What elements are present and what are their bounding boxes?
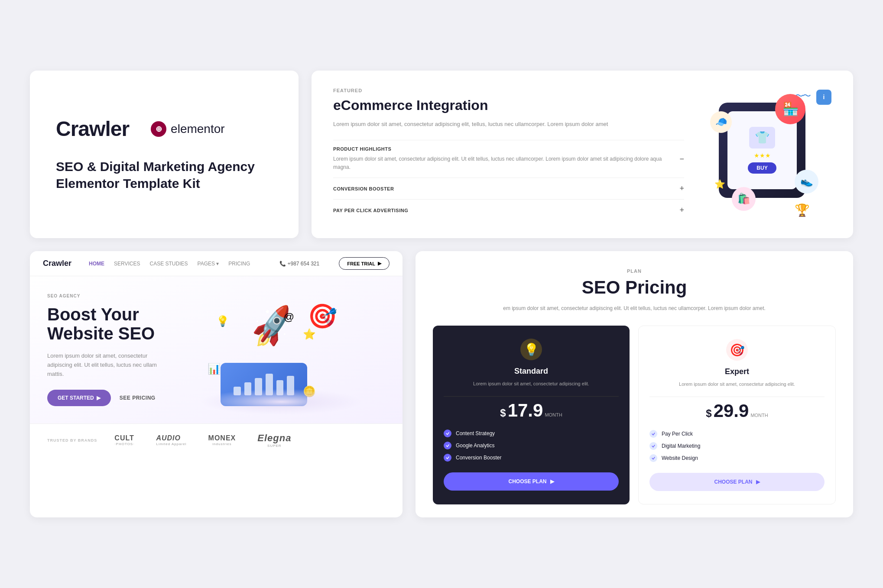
hero-tag: SEO AGENCY [47, 294, 169, 298]
at-icon: @ [284, 311, 294, 323]
bulb-icon: 💡 [216, 315, 229, 327]
brand-logos: CULT ·PHOTOS· AUDIO Limited Apparel MONE… [114, 433, 291, 448]
plan-expert: 🎯 Expert Lorem ipsum dolor sit amet, con… [638, 326, 836, 504]
ecommerce-content: FEATURED eCommerce Integration Lorem ips… [333, 88, 684, 221]
brand-header: Crawler ⊕ elementor [56, 117, 273, 141]
pricing-card: PLAN SEO Pricing em ipsum dolor sit amet… [416, 251, 853, 517]
see-pricing-button[interactable]: SEE PRICING [120, 395, 156, 401]
brand-audio: AUDIO Limited Apparel [156, 434, 186, 446]
standard-cta-button[interactable]: CHOOSE PLAN ▶ [444, 472, 619, 491]
featured-label: FEATURED [333, 88, 684, 93]
site-hero: SEO AGENCY Boost Your Website SEO Lorem … [30, 276, 403, 423]
accordion-plus-icon2: + [679, 206, 684, 215]
shoe-icon: 👟 [795, 170, 818, 194]
nav-pricing[interactable]: PRICING [228, 261, 250, 267]
pricing-desc: em ipsum dolor sit amet, consectetur adi… [433, 304, 836, 313]
standard-desc: Lorem ipsum dolor sit amet, consectetur … [444, 380, 619, 388]
top-section: Crawler ⊕ elementor SEO & Digital Market… [30, 71, 853, 238]
nav-services[interactable]: SERVICES [114, 261, 140, 267]
shop-icon: 🏪 [775, 94, 805, 124]
feature-digital-marketing: Digital Marketing [649, 442, 825, 450]
cup-icon: 🏆 [795, 203, 810, 217]
standard-price: $ 17.9 MONTH [444, 400, 619, 421]
accordion-conversion-label: CONVERSION BOOSTER [333, 186, 394, 191]
nav-case-studies[interactable]: CASE STUDIES [150, 261, 188, 267]
elementor-text: elementor [171, 122, 225, 136]
hat-icon: 🧢 [710, 111, 732, 133]
hero-desc: Lorem ipsum dolor sit amet, consectetur … [47, 352, 169, 378]
site-nav: Crawler HOME SERVICES CASE STUDIES PAGES… [30, 251, 403, 276]
ecommerce-title: eCommerce Integration [333, 97, 684, 113]
ecommerce-desc: Lorem ipsum dolor sit amet, consectetur … [333, 120, 684, 129]
expert-amount: 29.9 [714, 401, 749, 421]
check-icon-2 [444, 442, 451, 449]
brand-card: Crawler ⊕ elementor SEO & Digital Market… [30, 71, 299, 238]
pricing-label: PLAN [433, 268, 836, 274]
brand-elegna: Elegna SUPER [257, 433, 291, 448]
expert-divider [649, 397, 825, 397]
pricing-section: PLAN SEO Pricing em ipsum dolor sit amet… [416, 251, 853, 517]
nav-home[interactable]: HOME [89, 261, 104, 267]
rocket-icon: 🚀 [248, 303, 298, 351]
expert-cta-button[interactable]: CHOOSE PLAN ▶ [649, 473, 825, 491]
hero-title: Boost Your Website SEO [47, 305, 169, 343]
nav-links: HOME SERVICES CASE STUDIES PAGES ▾ PRICI… [89, 261, 266, 267]
bag-icon: 🛍️ [732, 187, 756, 211]
check-icon-5 [649, 442, 657, 450]
brand-subtitle: SEO & Digital Marketing Agency Elementor… [56, 158, 273, 192]
plan-standard: 💡 Standard Lorem ipsum dolor sit amet, c… [433, 326, 630, 504]
website-card: Crawler HOME SERVICES CASE STUDIES PAGES… [30, 251, 403, 517]
chart-icon: 📊 [208, 363, 221, 375]
accordion-ppc[interactable]: PAY PER CLICK ADVERTISING + [333, 199, 684, 221]
check-icon-1 [444, 430, 451, 437]
pricing-title: SEO Pricing [433, 277, 836, 298]
info-bubble: i [816, 90, 831, 105]
standard-features: Content Strategy Google Analytics [444, 430, 619, 462]
arrow-icon: ▶ [97, 395, 101, 401]
accordion-conversion[interactable]: CONVERSION BOOSTER + [333, 178, 684, 199]
standard-cta-arrow: ▶ [550, 478, 554, 485]
accordion-highlights-label: PRODUCT HIGHLIGHTS [333, 146, 679, 152]
feature-conversion-booster: Conversion Booster [444, 454, 619, 462]
hero-visual: 🎯 🚀 [177, 294, 385, 410]
check-icon-3 [444, 454, 451, 462]
feature-website-design: Website Design [649, 454, 825, 462]
nav-cta-arrow: ▶ [378, 261, 381, 266]
get-started-button[interactable]: GET STARTED ▶ [47, 390, 111, 406]
nav-phone: 📞 +987 654 321 [279, 261, 319, 267]
main-container: Crawler ⊕ elementor SEO & Digital Market… [30, 71, 853, 517]
accordion-highlights[interactable]: PRODUCT HIGHLIGHTS Lorem ipsum dolor sit… [333, 140, 684, 178]
expert-name: Expert [649, 367, 825, 376]
standard-name: Standard [444, 367, 619, 376]
cloud-decor [199, 389, 364, 415]
pricing-plans: 💡 Standard Lorem ipsum dolor sit amet, c… [433, 326, 836, 504]
accordion-plus-icon1: + [679, 184, 684, 193]
expert-price: $ 29.9 MONTH [649, 401, 825, 421]
accordion-ppc-label: PAY PER CLICK ADVERTISING [333, 208, 408, 213]
site-brands: TRUSTED BY BRANDS CULT ·PHOTOS· AUDIO Li… [30, 423, 403, 456]
nav-pages[interactable]: PAGES ▾ [198, 261, 219, 267]
check-icon-4 [649, 430, 657, 438]
hero-content: SEO AGENCY Boost Your Website SEO Lorem … [47, 294, 169, 410]
brands-label: TRUSTED BY BRANDS [47, 438, 97, 443]
nav-cta-button[interactable]: FREE TRIAL ▶ [339, 257, 390, 270]
buy-button[interactable]: BUY [748, 162, 776, 174]
elementor-badge: ⊕ elementor [151, 121, 225, 137]
standard-period: MONTH [545, 412, 562, 417]
rocket-scene: 🎯 🚀 [199, 294, 364, 410]
expert-features: Pay Per Click Digital Marketing [649, 430, 825, 462]
standard-amount: 17.9 [508, 400, 543, 421]
expert-desc: Lorem ipsum dolor sit amet, consectetur … [649, 381, 825, 388]
brand-cult: CULT ·PHOTOS· [114, 434, 134, 446]
feature-google-analytics: Google Analytics [444, 442, 619, 449]
brand-monex: MONEX industries [208, 434, 236, 446]
bottom-section: Crawler HOME SERVICES CASE STUDIES PAGES… [30, 251, 853, 517]
expert-period: MONTH [750, 413, 768, 418]
brand-name: Crawler [56, 117, 129, 141]
expert-icon: 🎯 [726, 339, 748, 361]
standard-icon: 💡 [520, 339, 542, 360]
standard-dollar: $ [500, 407, 506, 419]
accordion-highlights-content: Lorem ipsum dolor sit amet, consectetur … [333, 155, 679, 171]
ecommerce-card: FEATURED eCommerce Integration Lorem ips… [312, 71, 853, 238]
accordion-minus-icon: − [679, 155, 684, 164]
